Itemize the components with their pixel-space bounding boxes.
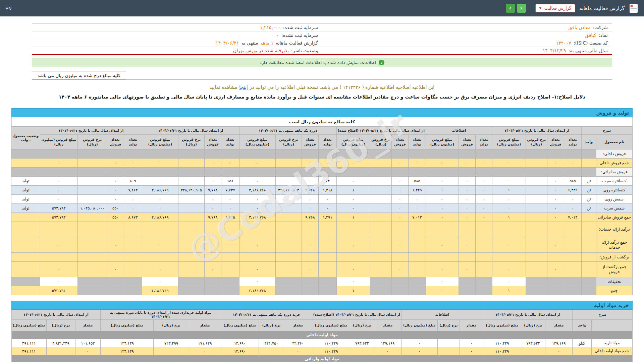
cell-value bbox=[408, 237, 426, 253]
col-subheader: تعداد تولید bbox=[318, 135, 336, 149]
cell-value: ۰ bbox=[124, 195, 142, 204]
cell-value: ۰ bbox=[107, 262, 124, 277]
cell-value: ۵۷۴,۷۹۴ bbox=[40, 204, 77, 213]
cell-empty bbox=[459, 149, 475, 159]
col-unit-header: واحد bbox=[581, 135, 596, 149]
cell-empty bbox=[475, 277, 492, 286]
cell-value: ۷۲۳,۲۹۹ bbox=[153, 339, 189, 347]
previous-version-link[interactable]: اینجا bbox=[239, 84, 248, 90]
row-label: مواد ناریه bbox=[592, 339, 633, 347]
cell-value bbox=[350, 347, 374, 355]
cell-empty bbox=[107, 149, 124, 159]
cell-value: ۰ bbox=[40, 262, 77, 277]
table-row: شمش سربتن۰۰۰۰۰۰۰۰۰۰۰۰۰۰۰۰۵۵۰۱,۰۴۵,۰۸۰,۰۰… bbox=[11, 204, 632, 213]
production-amounts-note: کلیه مبالغ به میلیون ریال است bbox=[11, 117, 633, 126]
cell-value: ۱,۰۴۵,۰۸۰,۰۰۰ bbox=[77, 204, 107, 213]
cell-empty bbox=[178, 286, 204, 295]
cell-value: ۴۲۱,۷۵۰ bbox=[259, 339, 284, 347]
row-status bbox=[11, 253, 40, 262]
report-type-label: گزارش فعالیت bbox=[544, 6, 571, 11]
cell-value: ۰ bbox=[40, 186, 77, 195]
row-label: برگشت از فروش: bbox=[596, 253, 633, 262]
company-info-cell: نماد:کبافق bbox=[322, 32, 612, 39]
cell-empty bbox=[492, 168, 526, 177]
table-row: جمع مواد اولیه داخلی۰۱۱۰,۴۴۹۰۰۰۱۱۰,۴۴۹۰۱… bbox=[11, 347, 632, 355]
cell-empty bbox=[426, 222, 459, 237]
revision-note-post: مشاهده نمایید bbox=[210, 84, 237, 90]
next-report-button[interactable]: › bbox=[517, 4, 526, 13]
cell-value: ۴,۱۸۶,۷۶۸ bbox=[239, 186, 275, 195]
cell-empty bbox=[408, 286, 426, 295]
cell-value bbox=[275, 159, 302, 168]
language-toggle[interactable]: EN bbox=[5, 6, 12, 11]
row-unit bbox=[581, 222, 596, 237]
table-row: مواد اولیه داخلی bbox=[11, 331, 632, 339]
cell-value: ۰ bbox=[475, 213, 492, 222]
col-subheader: نرخ فروش (ریال) bbox=[370, 135, 391, 149]
col-subheader: مبلغ (میلیون ریال) bbox=[312, 320, 350, 331]
company-info-cell: گزارش فعالیت ماهانه۱ ماههمنتهی به۱۴۰۴/۰۶… bbox=[32, 39, 322, 47]
cell-value: ۱۳۹,۱۶۹ bbox=[374, 339, 401, 347]
cell-value: ۰ bbox=[426, 195, 459, 204]
col-subheader: مقدار bbox=[75, 320, 100, 331]
cell-value bbox=[526, 262, 547, 277]
col-subheader: نرخ (ریال) bbox=[437, 320, 460, 331]
row-label: جمع bbox=[596, 286, 633, 295]
col-subheader: مبلغ (میلیون ریال) bbox=[483, 320, 521, 331]
cell-value: ۹,۷۶۸ bbox=[204, 186, 221, 195]
cell-value: ۴,۱۸۶,۷۶۹ bbox=[142, 213, 178, 222]
cell-value bbox=[77, 186, 107, 195]
cell-value: ۰ bbox=[547, 237, 564, 253]
row-status bbox=[11, 159, 40, 168]
col-subheader: نرخ فروش (ریال) bbox=[77, 135, 107, 149]
cell-value: ۰ bbox=[391, 195, 408, 204]
row-unit bbox=[581, 149, 596, 159]
cell-empty bbox=[564, 168, 581, 177]
col-subheader: تعداد فروش bbox=[391, 135, 408, 149]
col-subheader: مبلغ (میلیون ریال) bbox=[11, 320, 46, 331]
cell-value bbox=[526, 177, 547, 186]
report-type-dropdown[interactable]: گزارش فعالیت ▼ bbox=[535, 4, 576, 12]
cell-value bbox=[77, 262, 107, 277]
cell-empty bbox=[564, 253, 581, 262]
cell-value: ۰ bbox=[460, 339, 483, 347]
col-group: دوره یک ماهه منتهی به ۱۴۰۴/۰۶/۳۱ bbox=[239, 127, 336, 135]
cell-value: ۴,۱۸۶,۷۶۸ bbox=[239, 213, 275, 222]
col-subheader: نرخ (ریال) bbox=[521, 320, 545, 331]
cell-value: ۴۹۱,۱۱۱ bbox=[11, 339, 46, 347]
company-info-cell: سرمایه ثبت شده:۱,۲۱۵,۰۰۰ bbox=[32, 24, 322, 31]
cell-value: ۱۱۰,۴۴۹ bbox=[483, 347, 521, 355]
cell-value: ۵۸۵ bbox=[564, 177, 581, 186]
cell-value bbox=[370, 195, 391, 204]
cell-empty bbox=[275, 149, 302, 159]
col-group: از ابتدای سال مالی تا تاریخ ۱۴۰۳/۰۶/۳۱ bbox=[11, 310, 100, 320]
row-label: شمش روی bbox=[596, 195, 633, 204]
cell-empty bbox=[124, 168, 142, 177]
cell-value bbox=[178, 262, 204, 277]
cell-value bbox=[475, 237, 492, 253]
cell-value: ۰ bbox=[374, 347, 401, 355]
prev-report-button[interactable]: ‹ bbox=[506, 4, 515, 13]
cell-value: ۴۹۱,۱۱۱ bbox=[11, 347, 46, 355]
cell-value: ۰ bbox=[75, 347, 100, 355]
cell-empty bbox=[564, 277, 581, 286]
cell-value: ۰ bbox=[426, 177, 459, 186]
cell-empty bbox=[526, 222, 547, 237]
cell-empty bbox=[107, 168, 124, 177]
cell-value: ۰ bbox=[547, 177, 564, 186]
cell-empty bbox=[547, 168, 564, 177]
col-subheader: تعداد فروش bbox=[459, 135, 475, 149]
cell-value bbox=[275, 204, 302, 213]
cell-value: ۴۲۸,۶۲۰,۸۰۳ bbox=[275, 186, 302, 195]
table-row: جمع فروش صادراتی۷,۰۱۴۰۱۰۰۰۷,۰۱۴۰۱۱,۳۹۱۹,… bbox=[11, 213, 632, 222]
cell-value bbox=[526, 204, 547, 213]
cell-value bbox=[275, 177, 302, 186]
cell-value: ۰ bbox=[492, 237, 526, 253]
cell-empty bbox=[239, 222, 275, 237]
cell-value: ۰ bbox=[391, 186, 408, 195]
col-group: از ابتدای سال مالی تا تاریخ ۱۴۰۴/۰۵/۳۱ bbox=[492, 127, 581, 135]
cell-value: ۴۲۸,۶۲۰,۹۰۵ bbox=[178, 186, 204, 195]
cell-value bbox=[526, 195, 547, 204]
cell-value bbox=[124, 237, 142, 253]
row-label: جمع برگشت از فروش bbox=[596, 262, 633, 277]
